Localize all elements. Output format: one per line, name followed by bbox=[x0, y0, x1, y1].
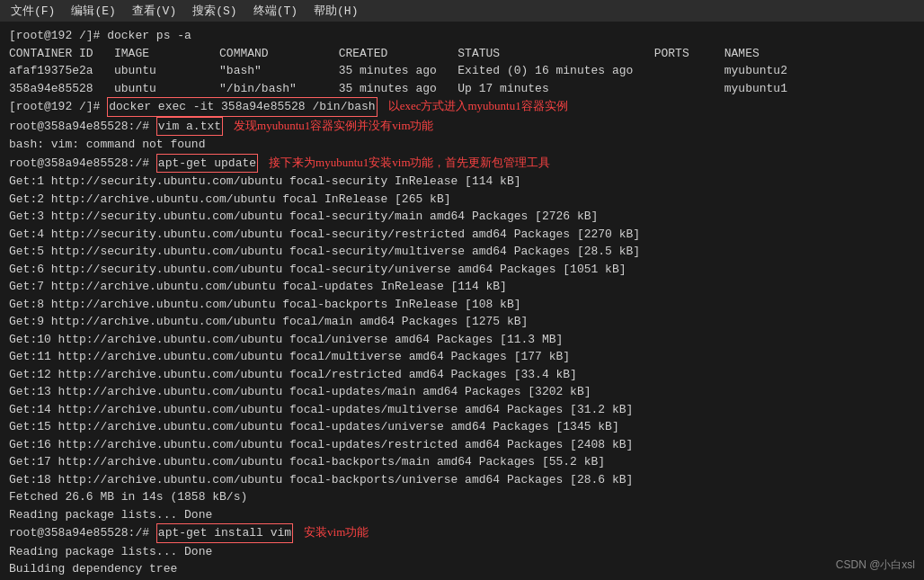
terminal-body[interactable]: [root@192 /]# docker ps -aCONTAINER ID I… bbox=[0, 22, 924, 580]
terminal-line: Reading package lists... Done bbox=[9, 543, 915, 561]
terminal-line: Get:11 http://archive.ubuntu.com/ubuntu … bbox=[9, 348, 915, 366]
menu-item-help[interactable]: 帮助(H) bbox=[307, 1, 365, 21]
terminal-line: Get:10 http://archive.ubuntu.com/ubuntu … bbox=[9, 331, 915, 349]
terminal-line: Get:12 http://archive.ubuntu.com/ubuntu … bbox=[9, 366, 915, 384]
terminal-line: Get:7 http://archive.ubuntu.com/ubuntu f… bbox=[9, 278, 915, 296]
terminal-line: Get:2 http://archive.ubuntu.com/ubuntu f… bbox=[9, 191, 915, 209]
terminal-line: Get:1 http://security.ubuntu.com/ubuntu … bbox=[9, 173, 915, 191]
menubar: 文件(F) 编辑(E) 查看(V) 搜索(S) 终端(T) 帮助(H) bbox=[0, 0, 924, 22]
menu-item-search[interactable]: 搜索(S) bbox=[185, 1, 244, 21]
terminal-line: Get:8 http://archive.ubuntu.com/ubuntu f… bbox=[9, 296, 915, 314]
terminal-line: Get:16 http://archive.ubuntu.com/ubuntu … bbox=[9, 436, 915, 454]
terminal-line: Get:15 http://archive.ubuntu.com/ubuntu … bbox=[9, 418, 915, 436]
menu-item-edit[interactable]: 编辑(E) bbox=[64, 1, 122, 21]
terminal-line: [root@192 /]# docker ps -a bbox=[9, 27, 915, 45]
terminal-line: bash: vim: command not found bbox=[9, 136, 915, 154]
terminal-line: Fetched 26.6 MB in 14s (1858 kB/s) bbox=[9, 488, 915, 506]
terminal-line: CONTAINER ID IMAGE COMMAND CREATED STATU… bbox=[9, 45, 915, 63]
terminal-line: Get:17 http://archive.ubuntu.com/ubuntu … bbox=[9, 453, 915, 471]
terminal-line: root@358a94e85528:/# apt-get install vim… bbox=[9, 523, 915, 543]
terminal-line: Reading package lists... Done bbox=[9, 506, 915, 524]
menu-item-view[interactable]: 查看(V) bbox=[125, 1, 183, 21]
terminal-line: afaf19375e2a ubuntu "bash" 35 minutes ag… bbox=[9, 62, 915, 80]
app-window: 文件(F) 编辑(E) 查看(V) 搜索(S) 终端(T) 帮助(H) [roo… bbox=[0, 0, 924, 580]
watermark: CSDN @小白xsl bbox=[836, 557, 915, 573]
terminal-line: Get:13 http://archive.ubuntu.com/ubuntu … bbox=[9, 383, 915, 401]
terminal-line: [root@192 /]# docker exec -it 358a94e855… bbox=[9, 97, 915, 117]
menu-item-terminal[interactable]: 终端(T) bbox=[246, 1, 305, 21]
terminal-line: Get:6 http://security.ubuntu.com/ubuntu … bbox=[9, 261, 915, 279]
terminal-line: root@358a94e85528:/# apt-get update接下来为m… bbox=[9, 154, 915, 174]
terminal-line: Get:3 http://security.ubuntu.com/ubuntu … bbox=[9, 208, 915, 226]
terminal-line: Get:9 http://archive.ubuntu.com/ubuntu f… bbox=[9, 313, 915, 331]
terminal-line: 358a94e85528 ubuntu "/bin/bash" 35 minut… bbox=[9, 80, 915, 98]
terminal-line: Building dependency tree bbox=[9, 560, 915, 578]
terminal-line: Get:18 http://archive.ubuntu.com/ubuntu … bbox=[9, 471, 915, 489]
terminal-line: root@358a94e85528:/# vim a.txt发现myubuntu… bbox=[9, 117, 915, 137]
terminal-line: Get:4 http://security.ubuntu.com/ubuntu … bbox=[9, 226, 915, 244]
terminal-line: Get:14 http://archive.ubuntu.com/ubuntu … bbox=[9, 401, 915, 419]
menu-item-file[interactable]: 文件(F) bbox=[4, 1, 62, 21]
terminal-line: Get:5 http://security.ubuntu.com/ubuntu … bbox=[9, 243, 915, 261]
